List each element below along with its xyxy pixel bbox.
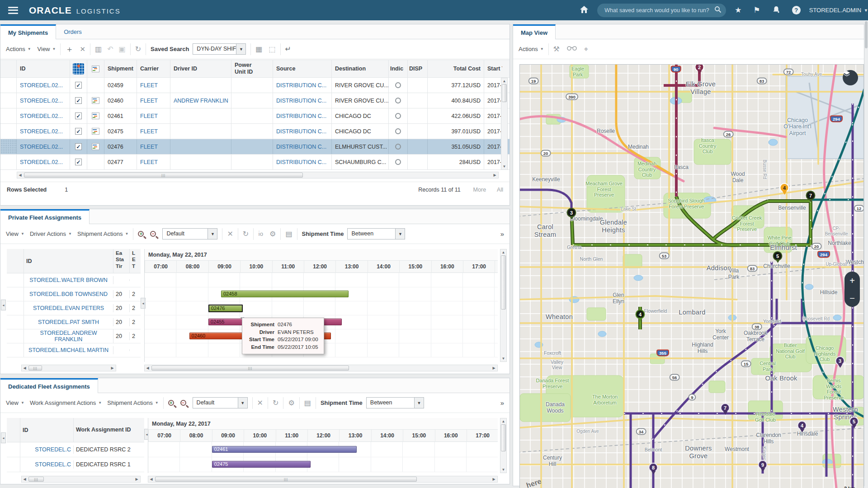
df-row-selector[interactable]	[7, 442, 20, 457]
view-menu-button[interactable]: View▼	[38, 46, 56, 52]
tab-my-shipments[interactable]: My Shipments	[0, 24, 56, 39]
df-shipment-time-select[interactable]: Between▼	[366, 397, 424, 408]
search-icon[interactable]	[714, 6, 722, 14]
pf-driver-link[interactable]: STOREDEL.BOB TOWNSEND	[29, 291, 108, 297]
df-table-hscrollbar[interactable]: ◀|||▶	[21, 476, 141, 483]
indicator-circle-icon[interactable]	[395, 159, 401, 165]
df-work-assignment-actions-menu[interactable]: Work Assignment Actions▼	[30, 399, 102, 406]
delete-icon[interactable]: ✕	[80, 46, 85, 52]
favorites-star-icon[interactable]: ★	[735, 6, 741, 14]
more-link[interactable]: More	[473, 187, 486, 193]
row-selector-cell[interactable]	[0, 108, 17, 123]
shipment-id-link[interactable]: STOREDEL.02...	[20, 98, 63, 104]
gantt-bar[interactable]: 02461	[212, 446, 357, 453]
pf-settings-gear-icon[interactable]: ⚙	[269, 230, 276, 238]
map-actions-menu[interactable]: Actions▼	[519, 46, 544, 52]
col-carrier[interactable]: Carrier	[137, 60, 170, 77]
detach-table-icon[interactable]: ▥	[95, 46, 102, 53]
pf-driver-link[interactable]: STOREDEL.EVAN PETERS	[33, 305, 104, 311]
help-icon[interactable]: ?	[792, 6, 801, 14]
row-selector-cell[interactable]	[0, 155, 17, 169]
pf-table-hscrollbar[interactable]: ◀|||▶	[21, 365, 116, 371]
gantt-chart-icon[interactable]	[92, 113, 99, 119]
pf-row-selector[interactable]	[7, 315, 24, 329]
col-gantt[interactable]	[87, 60, 104, 77]
pf-resource-row[interactable]: STOREDEL.BOB TOWNSEND202	[7, 287, 141, 301]
pf-resource-row[interactable]: STOREDEL.ANDREW FRANKLIN202	[7, 329, 141, 343]
map-marker[interactable]: 3	[567, 208, 576, 217]
map-marker[interactable]: 4	[636, 310, 645, 319]
go-icon[interactable]: ↵	[285, 46, 291, 53]
tab-dedicated-fleet-assignments[interactable]: Dedicated Fleet Assignments	[0, 378, 98, 393]
all-link[interactable]: All	[497, 187, 503, 193]
pf-driver-link[interactable]: STOREDEL.MICHAEL MARTIN	[28, 347, 108, 353]
df-row-selector[interactable]	[7, 457, 20, 472]
pf-col-latest-end[interactable]: L E T	[130, 249, 140, 273]
col-indic[interactable]: Indic	[389, 60, 408, 77]
shipment-id-link[interactable]: STOREDEL.02...	[20, 144, 63, 150]
pf-driver-clock-icon[interactable]: ı̇o	[258, 231, 263, 237]
undo-icon[interactable]: ↶	[107, 46, 113, 53]
source-cell-text[interactable]: DISTRIBUTION C...	[276, 113, 326, 119]
refresh-icon[interactable]: ↻	[135, 46, 141, 53]
table-row[interactable]: STOREDEL.02...✓02477FLEETDISTRIBUTION C.…	[0, 155, 509, 170]
table-row[interactable]: STOREDEL.02...✓02460FLEETANDREW FRANKLIN…	[0, 93, 509, 108]
pf-resource-row[interactable]: STOREDEL.WALTER BROWN	[7, 273, 141, 287]
df-id-link[interactable]: STOREDEL.C	[35, 446, 71, 453]
checkbox-checked[interactable]: ✓	[75, 82, 82, 89]
df-col-id[interactable]: ID	[20, 418, 74, 442]
pf-refresh-icon[interactable]: ↻	[243, 230, 249, 238]
df-preset-select[interactable]: Default▼	[193, 397, 248, 408]
map-layers-button[interactable]	[843, 70, 858, 85]
indicator-circle-icon[interactable]	[395, 144, 401, 150]
row-selector-cell[interactable]	[0, 93, 17, 108]
tab-orders[interactable]: Orders	[56, 24, 90, 39]
shipment-id-link[interactable]: STOREDEL.02...	[20, 159, 63, 165]
indicator-circle-icon[interactable]	[395, 82, 401, 88]
global-search-input[interactable]	[604, 7, 714, 14]
pf-vertical-scrollbar[interactable]: ▲ ▼	[500, 249, 507, 362]
col-map[interactable]	[70, 60, 87, 77]
tab-private-fleet-assignments[interactable]: Private Fleet Assignments	[0, 209, 90, 224]
home-icon[interactable]	[580, 5, 589, 15]
pf-shipment-time-select[interactable]: Between▼	[347, 228, 405, 239]
table-row[interactable]: STOREDEL.02...✓02461FLEETDISTRIBUTION C.…	[0, 108, 509, 124]
carrier-cell-text[interactable]: FLEET	[140, 144, 158, 150]
source-cell-text[interactable]: DISTRIBUTION C...	[276, 144, 326, 150]
shipments-vertical-scrollbar[interactable]: ▲ ▼	[501, 78, 508, 170]
page-scrollbar[interactable]	[864, 20, 868, 488]
map-marker[interactable]: 7	[721, 403, 730, 413]
col-id[interactable]: ID	[17, 60, 70, 77]
map-canvas[interactable]: Elk Grove VillageTouhy AveChicago O'Hare…	[519, 64, 864, 488]
row-selector-cell[interactable]	[0, 78, 17, 93]
pf-row-selector[interactable]	[7, 329, 24, 343]
df-refresh-icon[interactable]: ↻	[273, 399, 278, 407]
df-resource-row[interactable]: STOREDEL.CDEDICATED RSRC 2	[7, 442, 144, 457]
source-cell-text[interactable]: DISTRIBUTION C...	[276, 82, 326, 89]
pf-overflow-chevrons-icon[interactable]: »	[500, 230, 504, 237]
col-driver[interactable]: Driver ID	[170, 60, 231, 77]
pf-resource-row[interactable]: STOREDEL.MICHAEL MARTIN	[7, 343, 141, 357]
row-selector-cell[interactable]	[0, 124, 17, 139]
pf-preset-select[interactable]: Default▼	[162, 228, 217, 239]
actions-menu-button[interactable]: Actions▼	[6, 46, 31, 52]
checkbox-checked[interactable]: ✓	[75, 113, 82, 119]
gantt-chart-icon[interactable]	[92, 97, 99, 104]
carrier-cell-text[interactable]: FLEET	[140, 98, 158, 104]
table-row[interactable]: STOREDEL.02...✓02459FLEETDISTRIBUTION C.…	[0, 78, 509, 93]
pf-driver-actions-menu[interactable]: Driver Actions▼	[30, 230, 72, 237]
col-shipment[interactable]: Shipment	[104, 60, 137, 77]
pf-col-id[interactable]: ID	[24, 249, 113, 273]
pf-row-selector[interactable]	[7, 287, 24, 301]
pf-resource-row[interactable]: STOREDEL.EVAN PETERS202	[7, 301, 141, 315]
fit-to-window-icon[interactable]: ⬚	[269, 46, 275, 53]
pf-view-menu[interactable]: View▼	[6, 230, 24, 237]
map-zoom-out-button[interactable]: −	[849, 294, 855, 303]
saved-search-select[interactable]: DYN-DAY SHIF▼	[193, 43, 246, 55]
user-menu[interactable]: STOREDEL.ADMIN ▼	[809, 7, 868, 14]
map-marker[interactable]: 4	[797, 421, 807, 430]
pf-resource-row[interactable]: STOREDEL.PAT SMITH202	[7, 315, 141, 329]
map-marker[interactable]: 3	[835, 356, 845, 366]
pf-driver-link[interactable]: STOREDEL.ANDREW FRANKLIN	[40, 330, 97, 343]
col-destination[interactable]: Destination	[332, 60, 389, 77]
